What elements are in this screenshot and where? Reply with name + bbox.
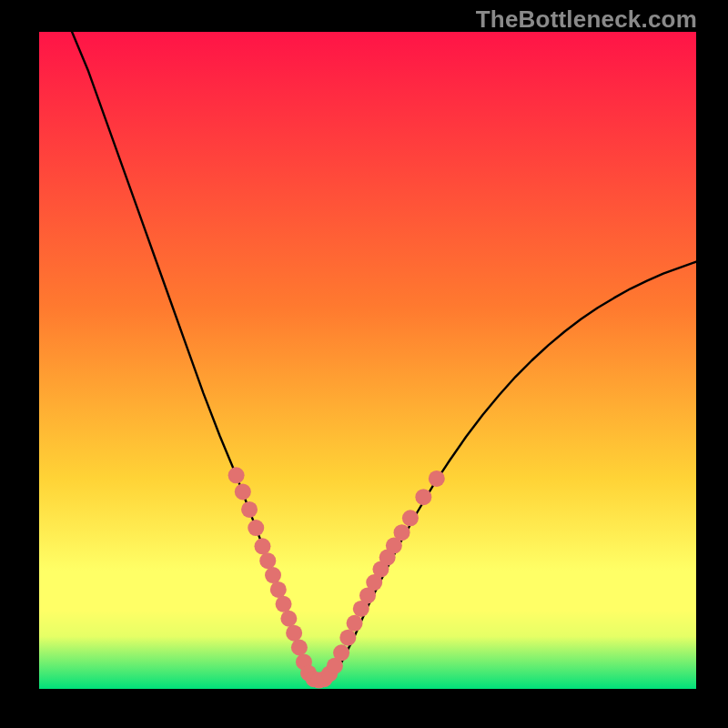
watermark-text: TheBottleneck.com — [476, 5, 697, 34]
highlight-dot — [394, 524, 410, 541]
plot-area — [39, 32, 696, 689]
highlight-dot — [265, 567, 281, 583]
chart-svg — [39, 32, 696, 689]
highlight-dot — [280, 611, 297, 627]
highlight-dot — [228, 467, 245, 483]
highlight-dot — [286, 625, 302, 642]
highlight-dot — [276, 596, 292, 612]
highlight-dot — [429, 470, 445, 487]
highlight-dot — [235, 483, 251, 500]
highlight-dot — [402, 510, 419, 526]
highlight-dot — [270, 581, 287, 598]
highlight-dot — [248, 520, 264, 536]
highlight-dot — [415, 489, 431, 505]
highlight-dot — [339, 630, 356, 646]
highlight-dot — [241, 501, 258, 518]
highlight-dot — [333, 644, 349, 661]
highlight-dot — [347, 615, 363, 632]
highlight-dot — [254, 538, 270, 554]
highlight-dot — [259, 552, 276, 569]
highlight-dot — [291, 640, 308, 656]
outer-frame: TheBottleneck.com — [0, 0, 728, 728]
